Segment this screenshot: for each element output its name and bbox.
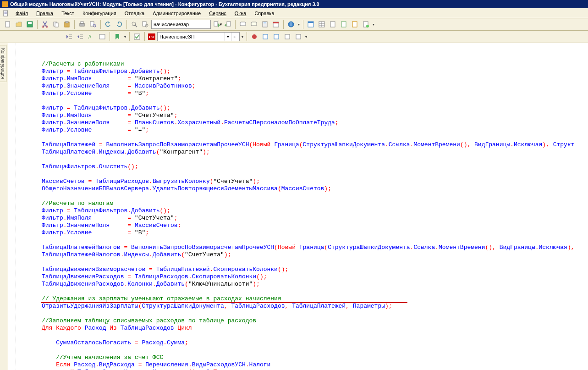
search-combo[interactable]: ▼: [151, 20, 211, 29]
dropdown-icon[interactable]: ▼: [225, 33, 231, 41]
svg-rect-25: [263, 22, 267, 27]
svg-rect-3: [5, 13, 7, 14]
form-icon[interactable]: [306, 19, 316, 29]
comment-block-icon[interactable]: //: [86, 32, 96, 42]
toolbar-overflow-icon[interactable]: ▾: [372, 22, 375, 27]
svg-rect-50: [134, 34, 140, 39]
svg-rect-28: [273, 22, 279, 23]
procedure-combo[interactable]: ▼ ×: [157, 32, 240, 41]
svg-line-18: [135, 25, 137, 27]
find-text-icon[interactable]: [140, 19, 150, 29]
table-icon[interactable]: [317, 19, 327, 29]
search-input[interactable]: [152, 22, 219, 27]
indent-left-icon[interactable]: [64, 32, 74, 42]
svg-point-41: [366, 25, 369, 28]
svg-rect-39: [352, 22, 357, 27]
check-icon[interactable]: [132, 32, 142, 42]
svg-rect-10: [55, 23, 58, 27]
toolbar-separator: [235, 20, 236, 29]
menu-windows[interactable]: Окна: [231, 10, 250, 17]
doc2-icon[interactable]: [339, 19, 349, 29]
cut-icon[interactable]: [40, 19, 50, 29]
svg-rect-6: [28, 22, 32, 24]
side-tab-config[interactable]: Конфигурация: [0, 45, 6, 82]
step1-icon[interactable]: [260, 32, 270, 42]
svg-text:i: i: [291, 22, 292, 27]
step4-icon[interactable]: [293, 32, 303, 42]
code-block-icon[interactable]: [97, 32, 107, 42]
menu-admin[interactable]: Администрирование: [149, 10, 204, 17]
menu-text[interactable]: Текст: [58, 10, 78, 17]
svg-rect-1: [5, 11, 7, 12]
menu-help[interactable]: Справка: [251, 10, 278, 17]
svg-rect-32: [308, 22, 313, 23]
toolbar-overflow-icon[interactable]: ▾: [241, 35, 244, 39]
editor-gutter: [8, 43, 16, 370]
calc-icon[interactable]: [260, 19, 270, 29]
svg-rect-26: [264, 22, 266, 23]
svg-rect-49: [99, 34, 105, 39]
menu-service[interactable]: Сервис: [205, 10, 230, 17]
svg-rect-2: [5, 12, 7, 13]
print-preview-icon[interactable]: [88, 19, 98, 29]
side-panel: Конфигурация: [0, 43, 8, 370]
print-icon[interactable]: [77, 19, 87, 29]
svg-rect-37: [330, 22, 335, 27]
comment-icon[interactable]: [238, 19, 248, 29]
readonly-badge: РО: [148, 33, 155, 40]
toolbar-overflow-icon[interactable]: ▾: [297, 22, 301, 27]
find-icon[interactable]: [129, 19, 139, 29]
toolbar-separator: [126, 20, 127, 29]
toolbar-overflow-icon[interactable]: ▾: [304, 35, 308, 39]
window-title: Общий модуль НалоговыйУчетУСН: Модуль [Т…: [10, 1, 319, 7]
copy-icon[interactable]: [51, 19, 61, 29]
svg-rect-21: [214, 22, 218, 26]
toolbar-separator: [247, 32, 247, 41]
clear-icon[interactable]: ×: [231, 33, 237, 41]
window-titlebar: Общий модуль НалоговыйУчетУСН: Модуль [Т…: [0, 0, 588, 8]
menu-config[interactable]: Конфигурация: [79, 10, 120, 17]
svg-text://: //: [88, 34, 92, 39]
code-editor[interactable]: //Расчеты с работниками Фильтр = Таблица…: [16, 43, 588, 370]
paste-icon[interactable]: [62, 19, 72, 29]
svg-rect-53: [274, 34, 279, 39]
undo-icon[interactable]: [103, 19, 113, 29]
svg-rect-38: [341, 22, 346, 27]
bookmark-icon[interactable]: [112, 32, 122, 42]
doc1-icon[interactable]: [328, 19, 338, 29]
uncomment-icon[interactable]: [249, 19, 259, 29]
svg-rect-24: [251, 22, 257, 26]
toolbar-separator: [74, 20, 75, 29]
menu-bar: Файл Правка Текст Конфигурация Отладка А…: [0, 8, 588, 18]
breakpoint-icon[interactable]: [249, 32, 259, 42]
toolbar-overflow-icon[interactable]: ▾: [123, 35, 127, 39]
calendar-icon[interactable]: [271, 19, 281, 29]
doc4-icon[interactable]: [361, 19, 371, 29]
procedure-input[interactable]: [158, 34, 225, 39]
menu-debug[interactable]: Отладка: [121, 10, 148, 17]
step3-icon[interactable]: [282, 32, 292, 42]
save-icon[interactable]: [25, 19, 35, 29]
highlight-underline: [41, 302, 407, 303]
indent-right-icon[interactable]: [75, 32, 85, 42]
new-icon[interactable]: [3, 19, 13, 29]
help-icon[interactable]: i: [286, 19, 296, 29]
find-next-icon[interactable]: [212, 19, 222, 29]
code-line: //Расчеты с работниками: [42, 61, 124, 67]
svg-rect-23: [240, 22, 246, 26]
app-icon: [2, 1, 8, 7]
step2-icon[interactable]: [271, 32, 281, 42]
find-prev-icon[interactable]: [223, 19, 233, 29]
menu-edit[interactable]: Правка: [33, 10, 57, 17]
redo-icon[interactable]: [114, 19, 124, 29]
menu-file[interactable]: Файл: [12, 10, 32, 17]
toolbar-separator: [100, 20, 101, 29]
document-icon: [3, 10, 9, 17]
toolbar-module: // ▾ РО ▼ × ▾ ▾: [0, 31, 588, 43]
toolbar-separator: [37, 20, 38, 29]
open-icon[interactable]: [14, 19, 24, 29]
toolbar-separator: [283, 20, 284, 29]
toolbar-separator: [303, 20, 303, 29]
svg-rect-13: [80, 23, 84, 26]
doc3-icon[interactable]: [350, 19, 360, 29]
